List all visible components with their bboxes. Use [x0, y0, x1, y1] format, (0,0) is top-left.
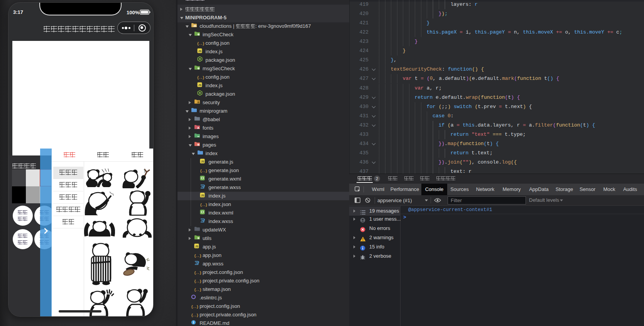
- svg-text:JS: JS: [198, 50, 201, 52]
- svg-text:JS: JS: [201, 160, 205, 163]
- svg-text:JS: JS: [201, 194, 205, 197]
- svg-text:JS: JS: [195, 245, 198, 248]
- svg-text:A: A: [197, 126, 199, 130]
- svg-text:JS: JS: [198, 84, 201, 86]
